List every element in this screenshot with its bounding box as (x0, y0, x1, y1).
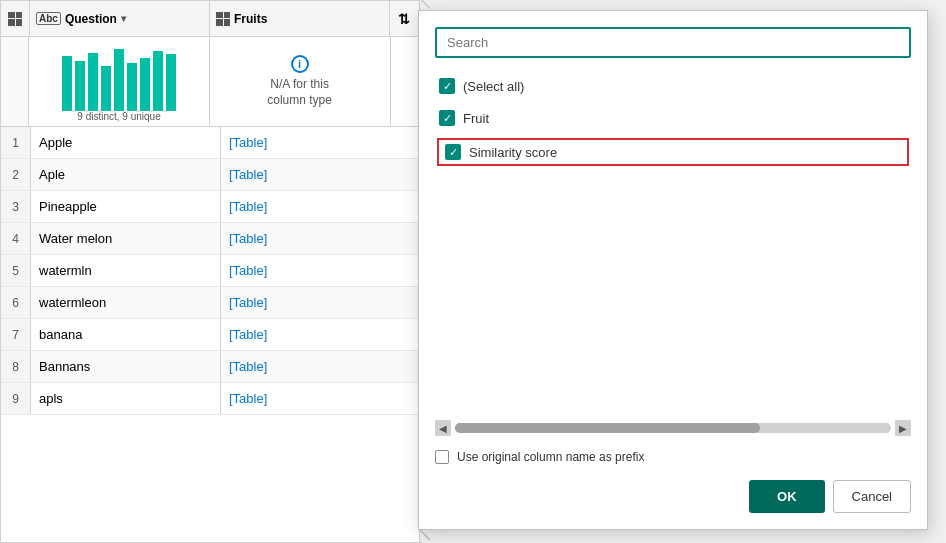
col-question-label: Question (65, 12, 117, 26)
row-question: Pineapple (31, 191, 221, 222)
ok-button[interactable]: OK (749, 480, 825, 513)
col-header-sort[interactable]: ⇅ (390, 1, 419, 36)
stats-fruits: i N/A for this column type (210, 37, 391, 126)
row-fruits[interactable]: [Table] (221, 351, 411, 382)
stats-sort (391, 37, 419, 126)
scrollbar-thumb (455, 423, 760, 433)
row-fruits[interactable]: [Table] (221, 319, 411, 350)
table-header: Abc Question ▾ Fruits ⇅ (1, 1, 419, 37)
row-question: Bannans (31, 351, 221, 382)
bar-3 (88, 53, 98, 111)
na-text: N/A for this column type (267, 77, 332, 108)
col-header-fruits[interactable]: Fruits (210, 1, 390, 36)
col-fruits-label: Fruits (234, 12, 267, 26)
row-fruits[interactable]: [Table] (221, 383, 411, 414)
row-index: 1 (1, 127, 31, 158)
scrollbar-track[interactable] (455, 423, 891, 433)
row-index: 2 (1, 159, 31, 190)
checkbox-fruit[interactable]: ✓ (439, 110, 455, 126)
stats-question: 9 distinct, 9 unique (29, 37, 209, 126)
row-question: Aple (31, 159, 221, 190)
row-index: 7 (1, 319, 31, 350)
stats-index (1, 37, 29, 126)
checkmark-icon: ✓ (443, 113, 452, 124)
row-fruits[interactable]: [Table] (221, 159, 411, 190)
checkbox-item-fruit[interactable]: ✓ Fruit (437, 106, 909, 130)
checkmark-icon: ✓ (449, 147, 458, 158)
table-row: 3 Pineapple [Table] (1, 191, 419, 223)
scroll-left-arrow[interactable]: ◀ (435, 420, 451, 436)
table-row: 8 Bannans [Table] (1, 351, 419, 383)
bar-chart (54, 51, 184, 111)
bar-8 (153, 51, 163, 111)
row-question: Water melon (31, 223, 221, 254)
row-index: 5 (1, 255, 31, 286)
row-index: 4 (1, 223, 31, 254)
bar-6 (127, 63, 137, 111)
row-fruits[interactable]: [Table] (221, 255, 411, 286)
stats-label: 9 distinct, 9 unique (77, 111, 160, 122)
checkbox-label-fruit: Fruit (463, 111, 489, 126)
checkbox-label-select-all: (Select all) (463, 79, 524, 94)
row-question: watermleon (31, 287, 221, 318)
stats-row: 9 distinct, 9 unique i N/A for this colu… (1, 37, 419, 127)
row-index: 9 (1, 383, 31, 414)
bar-5 (114, 49, 124, 111)
bar-2 (75, 61, 85, 111)
abc-icon: Abc (36, 12, 61, 25)
scroll-right-arrow[interactable]: ▶ (895, 420, 911, 436)
row-fruits[interactable]: [Table] (221, 127, 411, 158)
dropdown-arrow-question[interactable]: ▾ (121, 13, 126, 24)
row-question: Apple (31, 127, 221, 158)
table-row: 6 watermleon [Table] (1, 287, 419, 319)
table-row: 4 Water melon [Table] (1, 223, 419, 255)
grid-icon-fruits (216, 12, 230, 26)
table-row: 2 Aple [Table] (1, 159, 419, 191)
table-row: 7 banana [Table] (1, 319, 419, 351)
search-input[interactable] (447, 35, 899, 50)
bar-7 (140, 58, 150, 111)
row-question: banana (31, 319, 221, 350)
table-row: 1 Apple [Table] (1, 127, 419, 159)
checkbox-list: ✓ (Select all) ✓ Fruit ✓ Similarity scor… (435, 70, 911, 406)
checkbox-similarity[interactable]: ✓ (445, 144, 461, 160)
modal-buttons: OK Cancel (435, 476, 911, 513)
row-question: apls (31, 383, 221, 414)
checkmark-icon: ✓ (443, 81, 452, 92)
row-index: 6 (1, 287, 31, 318)
table-row: 5 watermln [Table] (1, 255, 419, 287)
row-index: 8 (1, 351, 31, 382)
bar-4 (101, 66, 111, 111)
row-fruits[interactable]: [Table] (221, 287, 411, 318)
prefix-checkbox[interactable] (435, 450, 449, 464)
bar-9 (166, 54, 176, 111)
row-index: 3 (1, 191, 31, 222)
row-fruits[interactable]: [Table] (221, 191, 411, 222)
row-question: watermln (31, 255, 221, 286)
col-header-question[interactable]: Abc Question ▾ (30, 1, 210, 36)
sort-icon: ⇅ (398, 11, 410, 27)
scrollbar-row: ◀ ▶ (435, 418, 911, 438)
search-box[interactable] (435, 27, 911, 58)
prefix-label: Use original column name as prefix (457, 450, 644, 464)
cancel-button[interactable]: Cancel (833, 480, 911, 513)
row-fruits[interactable]: [Table] (221, 223, 411, 254)
checkbox-label-similarity: Similarity score (469, 145, 557, 160)
grid-icon (8, 12, 22, 26)
checkbox-item-select-all[interactable]: ✓ (Select all) (437, 74, 909, 98)
table-area: Abc Question ▾ Fruits ⇅ (0, 0, 420, 543)
modal-dialog: ✓ (Select all) ✓ Fruit ✓ Similarity scor… (418, 10, 928, 530)
info-icon: i (291, 55, 309, 73)
col-header-index (1, 1, 30, 36)
checkbox-select-all[interactable]: ✓ (439, 78, 455, 94)
checkbox-item-similarity[interactable]: ✓ Similarity score (437, 138, 909, 166)
table-row: 9 apls [Table] (1, 383, 419, 415)
bar-1 (62, 56, 72, 111)
prefix-row[interactable]: Use original column name as prefix (435, 450, 911, 464)
